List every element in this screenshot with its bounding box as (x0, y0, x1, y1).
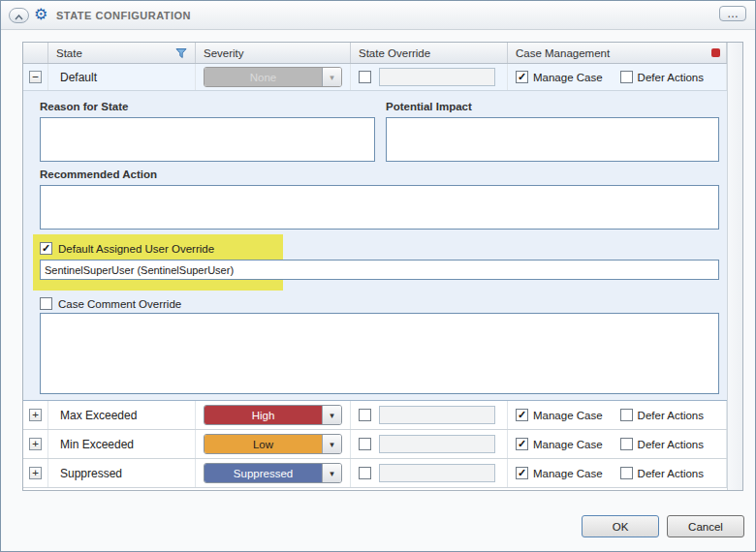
state-override-input (379, 435, 495, 453)
case-comment-override-option[interactable]: Case Comment Override (40, 297, 181, 310)
state-label: Min Exceeded (56, 438, 134, 451)
assigned-user-input[interactable] (40, 260, 719, 280)
defer-actions-checkbox[interactable] (620, 409, 633, 421)
defer-actions-option[interactable]: Defer Actions (620, 71, 704, 83)
severity-value: None (205, 68, 322, 86)
manage-case-option[interactable]: ✓ Manage Case (516, 467, 603, 479)
collapse-row-button[interactable]: − (29, 71, 42, 83)
expand-row-button[interactable]: + (29, 409, 42, 421)
vertical-scrollbar[interactable] (727, 43, 742, 490)
reason-for-state-label: Reason for State (40, 101, 128, 112)
severity-dropdown[interactable]: Low ▾ (204, 434, 342, 454)
state-table: State Severity State Override Case Manag… (22, 42, 743, 491)
state-override-checkbox[interactable] (359, 409, 371, 421)
state-override-checkbox[interactable] (359, 467, 371, 479)
expand-row-button[interactable]: + (29, 467, 42, 479)
filter-icon[interactable] (175, 47, 187, 59)
state-override-checkbox[interactable] (359, 438, 371, 450)
severity-dropdown[interactable]: High ▾ (204, 405, 342, 425)
cancel-button[interactable]: Cancel (667, 515, 744, 537)
manage-case-option[interactable]: ✓ Manage Case (516, 409, 603, 421)
table-header-row: State Severity State Override Case Manag… (23, 43, 727, 64)
header-case-management-label: Case Management (516, 47, 610, 59)
state-override-checkbox[interactable] (359, 71, 371, 83)
red-indicator-icon (711, 48, 720, 57)
severity-dropdown[interactable]: Suppressed ▾ (204, 463, 342, 483)
reason-for-state-textarea[interactable] (40, 117, 375, 162)
state-override-input (379, 406, 495, 424)
state-table-main: State Severity State Override Case Manag… (23, 43, 727, 490)
header-severity[interactable]: Severity (196, 43, 351, 63)
manage-case-label: Manage Case (533, 468, 603, 479)
chevron-down-icon: ▾ (322, 406, 341, 424)
page-title: STATE CONFIGURATION (56, 10, 191, 21)
table-filler (23, 488, 727, 490)
header-case-management[interactable]: Case Management (508, 43, 727, 63)
severity-dropdown: None ▾ (204, 67, 342, 87)
state-label: Max Exceeded (56, 409, 137, 422)
state-label: Suppressed (56, 467, 122, 480)
expand-row-button[interactable]: + (29, 438, 42, 450)
case-comment-override-label: Case Comment Override (58, 298, 181, 310)
manage-case-checkbox[interactable]: ✓ (516, 71, 528, 83)
manage-case-label: Manage Case (533, 72, 603, 83)
default-assigned-user-override-option[interactable]: ✓ Default Assigned User Override (40, 242, 214, 255)
defer-actions-label: Defer Actions (638, 439, 704, 450)
manage-case-checkbox[interactable]: ✓ (516, 438, 528, 450)
header-expander-cell (23, 43, 48, 63)
manage-case-label: Manage Case (533, 410, 603, 421)
defer-actions-label: Defer Actions (638, 468, 704, 479)
potential-impact-textarea[interactable] (386, 117, 719, 162)
header-state-label: State (56, 47, 82, 59)
header-severity-label: Severity (204, 47, 244, 59)
severity-value: High (205, 406, 322, 424)
defer-actions-label: Defer Actions (638, 72, 704, 83)
state-override-input (379, 464, 495, 482)
defer-actions-label: Defer Actions (638, 410, 704, 421)
manage-case-option[interactable]: ✓ Manage Case (516, 438, 603, 450)
header-state-override-label: State Override (359, 47, 430, 59)
defer-actions-option[interactable]: Defer Actions (620, 467, 704, 479)
header-state[interactable]: State (48, 43, 196, 63)
default-state-detail-panel: Reason for State Potential Impact Recomm… (23, 91, 727, 401)
ok-button[interactable]: OK (582, 515, 659, 537)
table-row-default: − Default None ▾ ✓ Manage Case (23, 64, 727, 91)
state-configuration-dialog: ⚙ STATE CONFIGURATION … State Severity S… (0, 0, 756, 552)
defer-actions-option[interactable]: Defer Actions (620, 409, 704, 421)
potential-impact-label: Potential Impact (386, 101, 472, 112)
recommended-action-textarea[interactable] (40, 185, 719, 230)
severity-value: Low (205, 435, 322, 453)
defer-actions-checkbox[interactable] (620, 438, 633, 450)
gear-icon: ⚙ (34, 6, 47, 23)
chevron-down-icon: ▾ (322, 435, 341, 453)
severity-value: Suppressed (205, 464, 322, 482)
default-assigned-user-override-label: Default Assigned User Override (58, 243, 214, 255)
manage-case-checkbox[interactable]: ✓ (516, 467, 528, 479)
titlebar: ⚙ STATE CONFIGURATION … (1, 1, 755, 30)
manage-case-label: Manage Case (533, 439, 603, 450)
default-assigned-user-override-checkbox[interactable]: ✓ (40, 242, 52, 255)
defer-actions-checkbox[interactable] (620, 467, 633, 479)
case-comment-textarea[interactable] (40, 313, 719, 394)
chevron-down-icon: ▾ (322, 464, 341, 482)
collapse-button[interactable] (9, 8, 29, 23)
chevron-up-icon (15, 9, 23, 23)
state-label: Default (56, 71, 97, 84)
chevron-down-icon: ▾ (322, 68, 341, 86)
table-row-min-exceeded: + Min Exceeded Low ▾ ✓ Manage Case (23, 430, 727, 459)
header-state-override[interactable]: State Override (351, 43, 508, 63)
manage-case-option[interactable]: ✓ Manage Case (516, 71, 603, 83)
defer-actions-option[interactable]: Defer Actions (620, 438, 704, 450)
case-comment-override-checkbox[interactable] (40, 297, 52, 310)
manage-case-checkbox[interactable]: ✓ (516, 409, 528, 421)
recommended-action-label: Recommended Action (40, 169, 157, 180)
options-button[interactable]: … (719, 6, 746, 21)
table-row-max-exceeded: + Max Exceeded High ▾ ✓ Manage Case (23, 401, 727, 430)
defer-actions-checkbox[interactable] (620, 71, 633, 83)
table-row-suppressed: + Suppressed Suppressed ▾ ✓ Manage Case (23, 459, 727, 488)
state-override-input (379, 68, 495, 86)
